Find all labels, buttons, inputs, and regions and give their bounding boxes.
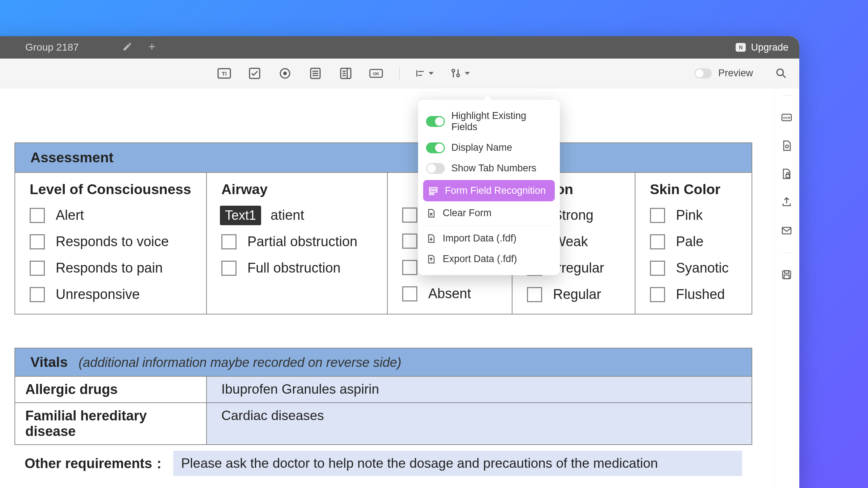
preview-toggle[interactable]: [694, 68, 712, 78]
text-field-tool[interactable]: TI: [217, 67, 231, 80]
new-tab-button[interactable]: [147, 42, 157, 53]
checkbox-full-obstruction[interactable]: [221, 261, 237, 276]
dd-highlight-fields[interactable]: Highlight Existing Fields: [418, 106, 560, 137]
dd-clear-form[interactable]: Clear Form: [418, 203, 560, 223]
app-window: Group 2187 N Upgrade TI OK: [0, 36, 799, 488]
toolbar: TI OK Preview: [0, 59, 799, 88]
other-req-label: Other requirements：: [25, 454, 166, 473]
vitals-header: Vitals (additional information maybe rec…: [14, 348, 752, 377]
assessment-header: Assessment: [15, 143, 752, 173]
checkbox-absent[interactable]: [402, 286, 417, 301]
mail-button[interactable]: [781, 224, 793, 237]
form-settings-tool[interactable]: [450, 67, 470, 80]
checkbox-partial-obstruction[interactable]: [221, 234, 237, 249]
checkbox-flushed[interactable]: [650, 287, 665, 302]
checkbox[interactable]: [402, 207, 417, 223]
save-icon: [781, 269, 792, 281]
list-tool[interactable]: [308, 67, 323, 80]
button-tool[interactable]: OK: [369, 67, 383, 80]
checkbox-regular[interactable]: [527, 287, 542, 302]
dropdown-icon: [339, 67, 352, 80]
checkbox-label: Absent: [428, 286, 471, 301]
svg-rect-31: [784, 271, 789, 273]
checkbox-responds-voice[interactable]: [30, 234, 45, 249]
checkbox-unresponsive[interactable]: [30, 287, 45, 302]
align-tool[interactable]: [416, 68, 434, 78]
checkbox-icon: [248, 67, 261, 80]
assessment-col-skin: Skin Color Pink Pale Syanotic Flushed: [635, 173, 752, 314]
field-name-tag[interactable]: Text1: [220, 206, 261, 225]
chevron-down-icon: [465, 72, 470, 75]
checkbox-pink[interactable]: [650, 208, 665, 223]
upgrade-button[interactable]: N Upgrade: [736, 42, 788, 53]
upgrade-label: Upgrade: [751, 42, 788, 53]
protect-button[interactable]: [781, 168, 793, 180]
ok-button-icon: OK: [369, 68, 383, 79]
radio-tool[interactable]: [278, 67, 292, 80]
dd-display-name[interactable]: Display Name: [418, 137, 560, 158]
tab-title[interactable]: Group 2187: [25, 42, 79, 53]
other-req-value[interactable]: Please ask the doctor to help note the d…: [173, 451, 742, 476]
checkbox-tool[interactable]: [247, 67, 262, 80]
rail-separator: [783, 253, 791, 253]
toggle-highlight-fields[interactable]: [426, 116, 445, 127]
upgrade-badge-icon: N: [736, 43, 746, 52]
export-icon: [426, 254, 436, 264]
checkbox-label: Syanotic: [676, 260, 729, 276]
pencil-icon: [122, 42, 132, 52]
document-content: Assessment Level of Consciousness Alert …: [0, 88, 774, 488]
checkbox-label: Alert: [56, 207, 84, 223]
checkbox-syanotic[interactable]: [650, 261, 665, 276]
svg-point-21: [457, 74, 460, 77]
right-sidebar: OCR: [774, 88, 799, 486]
rename-tab-button[interactable]: [122, 42, 132, 53]
svg-point-27: [786, 145, 788, 148]
toggle-display-name[interactable]: [426, 142, 445, 153]
svg-rect-33: [430, 187, 437, 189]
checkbox[interactable]: [402, 234, 417, 249]
wrench-icon: [450, 67, 462, 80]
dropdown-separator: [424, 226, 554, 226]
dd-import-data[interactable]: Import Data (.fdf): [418, 228, 560, 249]
dd-export-data[interactable]: Export Data (.fdf): [418, 249, 560, 269]
dd-form-field-recognition[interactable]: Form Field Recognition: [423, 180, 555, 201]
ocr-icon: OCR: [781, 112, 792, 123]
save-button[interactable]: [781, 269, 793, 281]
clear-form-icon: [426, 208, 436, 218]
col-title: Skin Color: [650, 181, 737, 197]
share-icon: [781, 196, 792, 208]
text-field-icon: TI: [217, 67, 231, 80]
dd-label: Highlight Existing Fields: [451, 110, 552, 133]
search-button[interactable]: [774, 66, 788, 81]
vitals-row-value[interactable]: Ibuprofen Granules aspirin: [207, 377, 752, 402]
dd-label: Display Name: [451, 142, 512, 153]
checkbox[interactable]: [402, 260, 417, 275]
checkbox-label: Unresponsive: [56, 287, 140, 302]
vitals-row-value[interactable]: Cardiac diseases: [207, 403, 752, 444]
preview-toggle-group: Preview: [694, 66, 788, 81]
form-settings-dropdown: Highlight Existing Fields Display Name S…: [418, 100, 560, 275]
compress-button[interactable]: [781, 140, 793, 152]
assessment-col-airway: Airway Text1 atient Partial obstruction …: [207, 173, 388, 314]
svg-rect-28: [786, 175, 790, 177]
ocr-button[interactable]: OCR: [781, 112, 793, 124]
search-icon: [775, 68, 787, 79]
checkbox-label: Regular: [553, 287, 601, 302]
col-title: Level of Consciousness: [30, 181, 192, 197]
checkbox-label: Full obstruction: [247, 260, 341, 276]
vitals-row-label: Allergic drugs: [15, 377, 207, 402]
toggle-show-tab-numbers[interactable]: [426, 163, 445, 174]
checkbox-pale[interactable]: [650, 234, 665, 249]
dropdown-tool[interactable]: [339, 67, 353, 80]
svg-line-24: [783, 75, 786, 78]
share-button[interactable]: [781, 196, 793, 209]
svg-point-19: [452, 69, 455, 72]
assessment-table: Assessment Level of Consciousness Alert …: [14, 142, 752, 314]
dd-show-tab-numbers[interactable]: Show Tab Numbers: [418, 158, 560, 179]
checkbox-responds-pain[interactable]: [30, 261, 45, 276]
dd-label: Clear Form: [443, 207, 492, 219]
align-left-icon: [416, 68, 426, 78]
svg-text:OK: OK: [373, 71, 379, 76]
checkbox-alert[interactable]: [30, 208, 45, 223]
checkbox-label: Partial obstruction: [247, 234, 357, 249]
